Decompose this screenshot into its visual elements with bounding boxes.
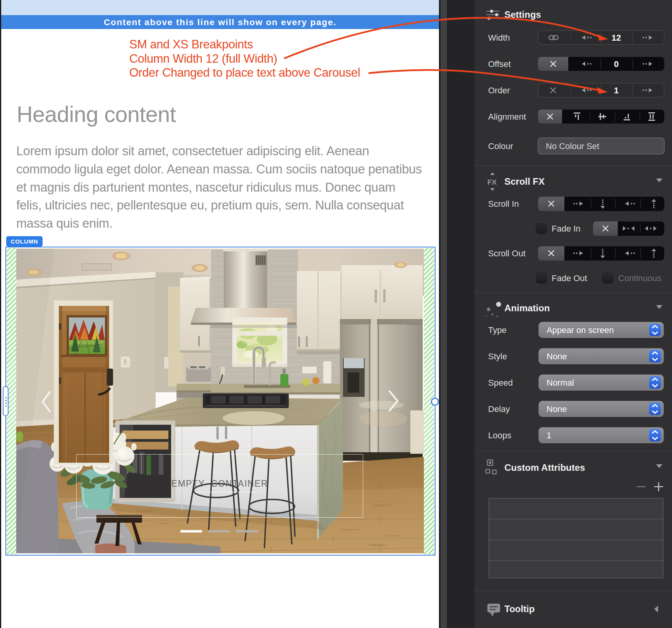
svg-text:Scroll FX: Scroll FX — [504, 176, 545, 187]
svg-text:Delay: Delay — [488, 404, 510, 414]
svg-text:Tooltip: Tooltip — [504, 604, 535, 614]
svg-text:Speed: Speed — [488, 378, 513, 388]
svg-text:Normal: Normal — [547, 378, 574, 388]
svg-text:None: None — [547, 352, 567, 361]
svg-text:Animation: Animation — [504, 303, 550, 313]
svg-text:1: 1 — [614, 86, 619, 95]
svg-text:Width: Width — [488, 33, 510, 43]
svg-text:Scroll In: Scroll In — [488, 199, 519, 209]
svg-text:Continuous: Continuous — [618, 273, 661, 283]
svg-text:Colour: Colour — [488, 141, 513, 151]
svg-text:Type: Type — [488, 325, 507, 335]
svg-text:Order: Order — [488, 86, 510, 95]
svg-text:Loops: Loops — [488, 431, 511, 440]
svg-text:Alignment: Alignment — [488, 112, 526, 122]
svg-text:None: None — [547, 404, 567, 414]
svg-text:Style: Style — [488, 352, 507, 361]
svg-text:Appear on screen: Appear on screen — [547, 325, 614, 335]
svg-text:Custom Attributes: Custom Attributes — [504, 462, 585, 473]
svg-text:Fade Out: Fade Out — [552, 273, 587, 283]
svg-text:1: 1 — [547, 431, 551, 440]
svg-text:12: 12 — [612, 33, 621, 43]
svg-text:No Colour Set: No Colour Set — [546, 141, 599, 151]
svg-text:Offset: Offset — [488, 59, 511, 69]
svg-text:Settings: Settings — [504, 9, 541, 20]
svg-text:Fade In: Fade In — [552, 224, 581, 233]
svg-text:FX: FX — [487, 178, 497, 186]
svg-text:0: 0 — [614, 59, 619, 69]
svg-text:Scroll Out: Scroll Out — [488, 249, 526, 258]
